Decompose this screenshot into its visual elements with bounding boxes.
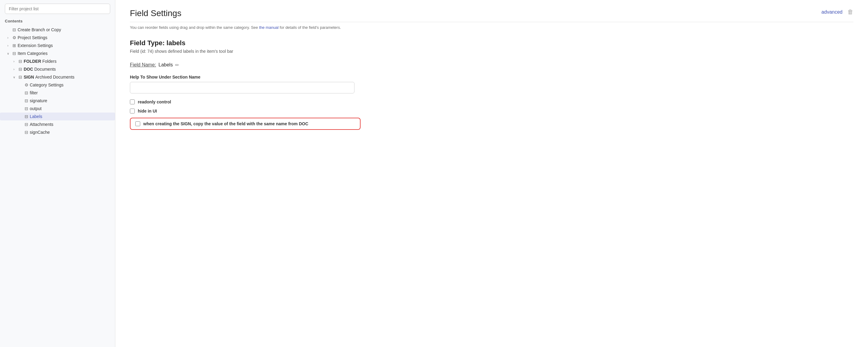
field-name-row: Field Name: Labels ✏ — [130, 62, 854, 68]
item-icon-filter: ⊟ — [23, 90, 30, 95]
item-icon-project-settings: ⚙ — [11, 35, 18, 40]
chevron-icon-sign-archived: ∨ — [11, 75, 17, 79]
item-label-extension-settings: Extension Settings — [18, 43, 53, 48]
edit-field-name-icon[interactable]: ✏ — [175, 62, 179, 68]
item-icon-item-categories: ⊟ — [11, 51, 18, 56]
checkbox-label-hide-ui: hide in UI — [138, 108, 157, 114]
item-icon-category-settings: ⚙ — [23, 83, 30, 87]
item-label-signature: signature — [30, 98, 48, 103]
sidebar-item-labels[interactable]: ⊟Labels — [0, 113, 115, 120]
item-label-item-categories: Item Categories — [18, 51, 48, 56]
chevron-icon-folder-folders: › — [11, 60, 17, 63]
advanced-link[interactable]: advanced — [822, 9, 842, 15]
chevron-icon-project-settings: › — [5, 36, 11, 39]
sidebar-item-folder-folders[interactable]: ›⊟FOLDER Folders — [0, 57, 115, 65]
checkbox-label-readonly: readonly control — [138, 99, 171, 104]
sidebar-item-attachments[interactable]: ⊟Attachments — [0, 120, 115, 128]
sidebar-item-item-categories[interactable]: ∨⊟Item Categories — [0, 50, 115, 57]
sidebar-item-filter[interactable]: ⊟filter — [0, 89, 115, 97]
item-icon-signcache: ⊟ — [23, 130, 30, 135]
item-label-category-settings: Category Settings — [30, 83, 63, 87]
item-icon-create-branch: ⊟ — [11, 27, 18, 32]
help-section-input[interactable] — [130, 82, 354, 93]
field-type-desc: Field (id: 74) shows defined labels in t… — [130, 49, 854, 54]
item-label-folder-folders: FOLDER Folders — [24, 59, 57, 64]
item-icon-folder-folders: ⊟ — [17, 59, 24, 64]
checkbox-row-readonly: readonly control — [130, 99, 854, 104]
chevron-icon-doc-documents: › — [11, 68, 17, 71]
item-label-output: output — [30, 106, 41, 111]
delete-icon[interactable]: 🗑 — [847, 8, 854, 15]
item-label-project-settings: Project Settings — [18, 35, 48, 40]
page-title: Field Settings — [130, 8, 182, 18]
item-icon-output: ⊟ — [23, 106, 30, 111]
sidebar-item-category-settings[interactable]: ⚙Category Settings — [0, 81, 115, 89]
sidebar-item-sign-archived[interactable]: ∨⊟SIGN Archived Documents — [0, 73, 115, 81]
checkbox-readonly[interactable] — [130, 99, 135, 104]
sidebar-item-project-settings[interactable]: ›⚙Project Settings — [0, 34, 115, 41]
sidebar-item-output[interactable]: ⊟output — [0, 105, 115, 113]
sidebar-item-extension-settings[interactable]: ›⊞Extension Settings — [0, 41, 115, 50]
item-label-sign-archived: SIGN Archived Documents — [24, 74, 74, 80]
item-icon-sign-archived: ⊟ — [17, 74, 24, 80]
field-name-label: Field Name: — [130, 62, 156, 68]
field-type-title: Field Type: labels — [130, 39, 854, 47]
checkbox-hide-ui[interactable] — [130, 108, 135, 114]
checkboxes-container: readonly controlhide in UIwhen creating … — [130, 99, 854, 130]
chevron-icon-extension-settings: › — [5, 44, 11, 47]
help-section-label: Help To Show Under Section Name — [130, 74, 854, 80]
sidebar-filter-wrap — [0, 4, 115, 18]
item-label-attachments: Attachments — [30, 122, 54, 127]
item-icon-signature: ⊟ — [23, 98, 30, 103]
item-icon-attachments: ⊟ — [23, 122, 30, 127]
sidebar-tree: ⊟Create Branch or Copy›⚙Project Settings… — [0, 26, 115, 136]
header-actions: advanced 🗑 — [822, 8, 854, 15]
chevron-icon-item-categories: ∨ — [5, 52, 11, 55]
checkbox-row-copy-sign: when creating the SIGN, copy the value o… — [130, 118, 361, 130]
item-label-doc-documents: DOC Documents — [24, 67, 56, 71]
sidebar-item-signature[interactable]: ⊟signature — [0, 97, 115, 105]
subtitle-text: You can reorder fields using drag and dr… — [130, 25, 854, 31]
manual-link[interactable]: the manual — [259, 25, 279, 30]
main-header: Field Settings advanced 🗑 — [130, 8, 854, 22]
help-section-group: Help To Show Under Section Name — [130, 74, 854, 93]
sidebar-item-signcache[interactable]: ⊟signCache — [0, 128, 115, 136]
main-content: Field Settings advanced 🗑 You can reorde… — [115, 0, 868, 347]
item-label-filter: filter — [30, 90, 38, 95]
checkbox-label-copy-sign: when creating the SIGN, copy the value o… — [143, 121, 308, 126]
sidebar: Contents ⊟Create Branch or Copy›⚙Project… — [0, 0, 115, 347]
item-icon-labels: ⊟ — [23, 114, 30, 119]
item-label-signcache: signCache — [30, 130, 50, 135]
item-icon-doc-documents: ⊟ — [17, 67, 24, 71]
sidebar-item-create-branch[interactable]: ⊟Create Branch or Copy — [0, 26, 115, 34]
item-label-create-branch: Create Branch or Copy — [18, 27, 61, 32]
contents-label: Contents — [0, 18, 115, 26]
filter-project-input[interactable] — [5, 4, 110, 14]
checkbox-copy-sign[interactable] — [135, 121, 140, 126]
item-label-labels: Labels — [30, 114, 42, 119]
item-icon-extension-settings: ⊞ — [11, 43, 18, 48]
sidebar-item-doc-documents[interactable]: ›⊟DOC Documents — [0, 65, 115, 73]
field-name-value: Labels — [158, 62, 173, 68]
checkbox-row-hide-ui: hide in UI — [130, 108, 854, 114]
